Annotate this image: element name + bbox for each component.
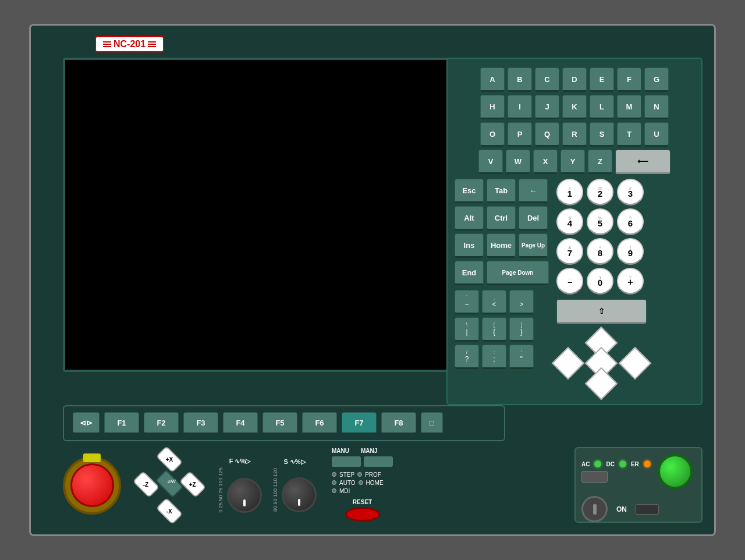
fn-f5[interactable]: F5 xyxy=(262,412,297,434)
key-0[interactable]: ) 0 xyxy=(587,268,613,295)
key-rbrace[interactable]: ]} xyxy=(509,317,534,342)
key-tab[interactable]: Tab xyxy=(487,179,516,203)
jog-minus-z[interactable]: -Z xyxy=(133,471,160,498)
key-B[interactable]: B xyxy=(508,68,532,92)
key-1[interactable]: ! 1 xyxy=(556,179,583,205)
key-S[interactable]: S xyxy=(590,122,614,147)
jog-feedrate[interactable]: ⌀W xyxy=(155,470,183,498)
key-O[interactable]: O xyxy=(480,122,505,147)
key-Z[interactable]: Z xyxy=(588,150,612,174)
indicator-ac-label: AC xyxy=(581,461,590,467)
key-left-arrow[interactable]: ← xyxy=(519,179,548,203)
fn-f3[interactable]: F3 xyxy=(183,412,218,434)
on-toggle[interactable] xyxy=(636,504,659,515)
key-4[interactable]: $ 4 xyxy=(556,208,583,235)
nav-left-button[interactable] xyxy=(556,352,580,375)
spindle-knob-group: S ∿%▷ 80 90 100 110 120 xyxy=(272,458,317,512)
key-greater[interactable]: .> xyxy=(509,290,534,314)
toggle-switch[interactable] xyxy=(581,471,608,483)
feed-scale-left: 0 25 50 75 100 125 xyxy=(218,467,224,513)
jog-plus-x[interactable]: +X xyxy=(156,446,183,473)
key-home[interactable]: Home xyxy=(487,233,516,258)
mode-knob-right[interactable] xyxy=(364,456,393,467)
nav-right-button[interactable] xyxy=(623,352,647,375)
key-R[interactable]: R xyxy=(562,122,587,147)
key-7[interactable]: & 7 xyxy=(556,238,583,265)
key-Q[interactable]: Q xyxy=(535,122,559,147)
start-button[interactable] xyxy=(658,454,693,489)
fn-f6[interactable]: F6 xyxy=(302,412,337,434)
cnc-controller: NC-201 A B C D E F G H I J K L M N xyxy=(29,24,716,536)
key-2[interactable]: @ 2 xyxy=(587,179,613,205)
key-tilde[interactable]: `~ xyxy=(455,290,479,314)
key-C[interactable]: C xyxy=(535,68,559,92)
key-X[interactable]: X xyxy=(533,150,558,174)
key-J[interactable]: J xyxy=(535,95,559,119)
alpha-row-1: A B C D E F G xyxy=(455,68,694,92)
spindle-knob[interactable] xyxy=(282,477,317,512)
key-I[interactable]: I xyxy=(508,95,532,119)
nav-down-button[interactable] xyxy=(590,372,613,395)
key-F[interactable]: F xyxy=(617,68,641,92)
key-del[interactable]: Del xyxy=(519,206,548,231)
key-G[interactable]: G xyxy=(644,68,669,92)
key-L[interactable]: L xyxy=(590,95,614,119)
fn-f4[interactable]: F4 xyxy=(223,412,258,434)
fn-square[interactable]: □ xyxy=(421,412,443,434)
key-K[interactable]: K xyxy=(562,95,587,119)
fn-f1[interactable]: F1 xyxy=(104,412,139,434)
key-Y[interactable]: Y xyxy=(560,150,585,174)
key-backspace[interactable]: ⟵ xyxy=(615,150,670,174)
mode-auto-label: AUTO xyxy=(339,480,356,486)
key-D[interactable]: D xyxy=(562,68,587,92)
key-9[interactable]: ( 9 xyxy=(617,238,644,265)
estop-button[interactable] xyxy=(70,463,114,507)
key-minus[interactable]: _ − xyxy=(556,268,583,295)
estop-housing xyxy=(63,456,121,515)
key-quote[interactable]: '" xyxy=(509,345,534,369)
reset-button[interactable] xyxy=(345,507,380,522)
key-V[interactable]: V xyxy=(478,150,503,174)
key-pipe[interactable]: \| xyxy=(455,317,479,342)
key-plus[interactable]: = + xyxy=(617,268,644,295)
key-semicolon[interactable]: :; xyxy=(482,345,506,369)
key-question[interactable]: /? xyxy=(455,345,479,369)
alpha-row-2: H I J K L M N xyxy=(455,95,694,119)
key-shift[interactable]: ⇧ xyxy=(556,299,647,324)
jog-minus-x[interactable]: -X xyxy=(156,498,183,525)
mode-manj-label: MANJ xyxy=(361,448,377,454)
key-5[interactable]: % 5 xyxy=(587,208,613,235)
mode-home-dot xyxy=(359,480,363,485)
fn-f7[interactable]: F7 xyxy=(342,412,377,434)
key-H[interactable]: H xyxy=(480,95,505,119)
key-switch[interactable] xyxy=(581,496,608,522)
key-end[interactable]: End xyxy=(455,261,484,285)
key-U[interactable]: U xyxy=(644,122,669,147)
key-ctrl[interactable]: Ctrl xyxy=(487,206,516,231)
key-T[interactable]: T xyxy=(617,122,641,147)
key-A[interactable]: A xyxy=(480,68,505,92)
key-8[interactable]: * 8 xyxy=(587,238,613,265)
spindle-label: S ∿%▷ xyxy=(283,458,305,466)
key-esc[interactable]: Esc xyxy=(455,179,484,203)
jog-plus-z[interactable]: +Z xyxy=(179,471,207,498)
key-3[interactable]: # 3 xyxy=(617,179,644,205)
key-less[interactable]: ,< xyxy=(482,290,506,314)
key-pagedown[interactable]: Page Down xyxy=(487,261,549,285)
key-pageup[interactable]: Page Up xyxy=(519,233,548,258)
fn-home-button[interactable]: ⊲⊳ xyxy=(73,412,100,434)
key-N[interactable]: N xyxy=(644,95,669,119)
fn-f8[interactable]: F8 xyxy=(381,412,416,434)
key-P[interactable]: P xyxy=(508,122,532,147)
feed-knob[interactable] xyxy=(227,478,262,513)
key-E[interactable]: E xyxy=(590,68,614,92)
key-ins[interactable]: Ins xyxy=(455,233,484,258)
key-W[interactable]: W xyxy=(506,150,530,174)
key-6[interactable]: ^ 6 xyxy=(617,208,644,235)
brand-name: NC-201 xyxy=(113,39,146,49)
key-lbrace[interactable]: [{ xyxy=(482,317,506,342)
fn-f2[interactable]: F2 xyxy=(144,412,179,434)
key-alt[interactable]: Alt xyxy=(455,206,484,231)
key-M[interactable]: M xyxy=(617,95,641,119)
mode-knob-left[interactable] xyxy=(332,456,361,467)
